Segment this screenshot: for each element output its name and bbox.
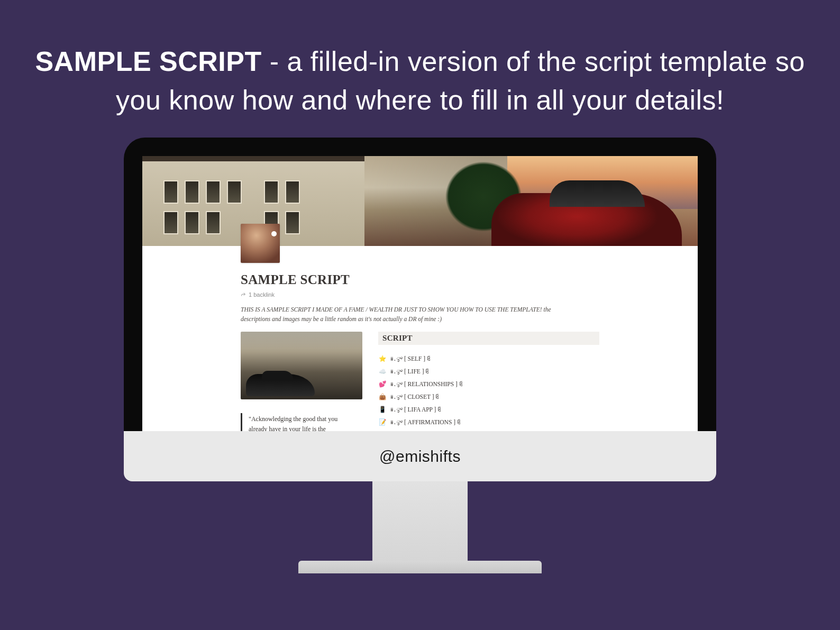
page-description: THIS IS A SAMPLE SCRIPT I MADE OF A FAME… <box>241 305 563 324</box>
script-link-closet[interactable]: 👜 ⋕.ೃ༄ [ CLOSET ] ༊ <box>378 390 599 403</box>
cover-image[interactable] <box>142 156 698 246</box>
page-body: SAMPLE SCRIPT 1 backlink THIS IS A SAMPL… <box>142 246 698 431</box>
script-link-self[interactable]: ⭐ ⋕.ೃ༄ [ SELF ] ༊ <box>378 352 599 365</box>
script-link-label: ⋕.ೃ༄ [ RELATIONSHIPS ] ༊ <box>390 381 462 387</box>
script-link-relationships[interactable]: 💕 ⋕.ೃ༄ [ RELATIONSHIPS ] ༊ <box>378 378 599 390</box>
cloud-icon: ☁️ <box>378 368 386 375</box>
phone-icon: 📱 <box>378 406 386 413</box>
headline-bold: SAMPLE SCRIPT <box>35 46 261 77</box>
script-link-affirmations[interactable]: 📝 ⋕.ೃ༄ [ AFFIRMATIONS ] ༊ <box>378 416 599 428</box>
backlink-row[interactable]: 1 backlink <box>241 291 599 298</box>
quote-block: "Acknowledging the good that you already… <box>241 413 352 431</box>
author-handle: @emishifts <box>379 448 461 465</box>
monitor-stand-neck <box>372 481 468 561</box>
backlink-label: 1 backlink <box>249 291 275 298</box>
backlink-icon <box>241 292 246 297</box>
page-title: SAMPLE SCRIPT <box>241 272 599 287</box>
script-link-life[interactable]: ☁️ ⋕.ೃ༄ [ LIFE ] ༊ <box>378 365 599 378</box>
script-link-label: ⋕.ೃ༄ [ LIFE ] ༊ <box>390 368 428 375</box>
script-section-header: SCRIPT <box>378 332 599 345</box>
page-icon-avatar[interactable] <box>241 224 280 263</box>
promo-headline: SAMPLE SCRIPT - a filled-in version of t… <box>26 42 814 120</box>
star-icon: ⭐ <box>378 355 386 362</box>
script-link-label: ⋕.ೃ༄ [ SELF ] ༊ <box>390 355 430 362</box>
script-link-label: ⋕.ೃ༄ [ CLOSET ] ༊ <box>390 394 439 400</box>
script-link-label: ⋕.ೃ༄ [ LIFA APP ] ༊ <box>390 406 441 413</box>
mansion-car-image[interactable] <box>241 332 362 399</box>
script-link-list: ⭐ ⋕.ೃ༄ [ SELF ] ༊ ☁️ ⋕.ೃ༄ [ LIFE ] ༊ 💕 ⋕… <box>378 352 599 428</box>
memo-icon: 📝 <box>378 418 386 426</box>
monitor-chin: @emishifts <box>124 431 716 481</box>
script-link-label: ⋕.ೃ༄ [ AFFIRMATIONS ] ༊ <box>390 419 460 425</box>
script-link-lifa-app[interactable]: 📱 ⋕.ೃ༄ [ LIFA APP ] ༊ <box>378 403 599 416</box>
monitor-mockup: SAMPLE SCRIPT 1 backlink THIS IS A SAMPL… <box>124 138 716 573</box>
handbag-icon: 👜 <box>378 393 386 400</box>
monitor-bezel: SAMPLE SCRIPT 1 backlink THIS IS A SAMPL… <box>124 138 716 431</box>
hearts-icon: 💕 <box>378 380 386 388</box>
monitor-stand-base <box>298 561 542 573</box>
notion-screen: SAMPLE SCRIPT 1 backlink THIS IS A SAMPL… <box>142 156 698 431</box>
